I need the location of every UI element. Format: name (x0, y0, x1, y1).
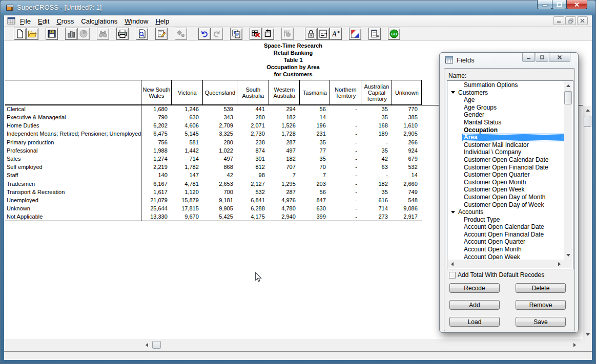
save-button[interactable] (46, 28, 58, 40)
font-size-button[interactable]: A (330, 28, 342, 40)
data-cell[interactable]: 35 (361, 105, 392, 114)
data-cell[interactable]: 35 (300, 155, 330, 163)
fields-list-item[interactable]: Customer Open Financial Date (448, 164, 564, 172)
print-preview-button[interactable] (136, 28, 148, 40)
load-button[interactable]: Load (449, 317, 500, 327)
mdi-close-button[interactable] (577, 16, 588, 25)
fields-list-item[interactable]: Area (448, 134, 564, 141)
field-summation-button[interactable] (317, 28, 330, 40)
data-cell[interactable]: - (330, 204, 361, 212)
edit-table-button[interactable] (155, 28, 168, 40)
data-cell[interactable]: 6,202 (141, 121, 172, 130)
fields-list-item[interactable]: Customer Mail Indicator (448, 141, 564, 149)
maximize-button[interactable] (552, 0, 567, 9)
data-cell[interactable]: 9,905 (203, 204, 237, 212)
data-cell[interactable]: 182 (269, 113, 300, 121)
fields-scroll-right-arrow[interactable] (555, 260, 564, 268)
data-cell[interactable]: 2,905 (392, 130, 422, 138)
lock-button[interactable] (305, 28, 317, 40)
fields-list-item[interactable]: Occupation (448, 126, 564, 134)
data-cell[interactable]: 4,781 (172, 180, 203, 188)
data-cell[interactable]: 35 (361, 146, 392, 155)
column-header[interactable]: Queensland (203, 80, 237, 105)
data-cell[interactable]: - (330, 130, 361, 138)
undo-button[interactable] (198, 28, 211, 40)
remove-button[interactable]: Remove (516, 300, 566, 310)
data-cell[interactable]: 42 (203, 171, 237, 179)
fields-list-item[interactable]: Account Open Financial Date (448, 231, 564, 239)
data-cell[interactable]: 5,145 (172, 130, 203, 138)
data-cell[interactable]: 1,728 (269, 130, 300, 138)
data-cell[interactable]: 56 (300, 105, 330, 114)
fields-list-item[interactable]: Customer Open Day of Month (448, 194, 564, 201)
row-header[interactable]: Staff (5, 171, 141, 179)
data-cell[interactable]: - (330, 155, 361, 163)
data-cell[interactable]: 2,219 (141, 163, 172, 171)
delete-derivation-button[interactable] (250, 28, 262, 40)
fields-list-item[interactable]: Customers (448, 89, 564, 97)
data-cell[interactable]: - (330, 163, 361, 171)
scroll-left-arrow[interactable] (142, 340, 151, 349)
minimize-button[interactable] (537, 0, 552, 9)
data-cell[interactable]: 294 (269, 105, 300, 114)
data-cell[interactable]: 868 (203, 163, 237, 171)
data-cell[interactable]: 98 (237, 171, 269, 179)
fields-restore-button[interactable] (536, 53, 548, 62)
fields-list-vscrollbar[interactable] (564, 81, 572, 260)
row-header[interactable]: Transport & Recreation (5, 188, 141, 196)
row-header[interactable]: Executive & Managerial (5, 113, 141, 121)
data-cell[interactable]: 2,709 (203, 121, 237, 130)
row-header[interactable]: Unknown (5, 204, 141, 212)
data-cell[interactable]: 2,917 (392, 212, 422, 221)
data-cell[interactable]: 812 (237, 163, 269, 171)
data-cell[interactable]: 532 (392, 163, 422, 171)
data-cell[interactable]: 6,167 (141, 180, 172, 188)
mdi-restore-button[interactable] (565, 16, 576, 25)
scroll-right-arrow[interactable] (570, 340, 579, 349)
data-cell[interactable]: 4,976 (269, 196, 300, 204)
data-cell[interactable]: 6,288 (237, 204, 269, 212)
fields-dialog-titlebar[interactable]: Fields (440, 53, 578, 67)
rotate-table-button[interactable] (262, 28, 274, 40)
data-cell[interactable]: 539 (203, 105, 237, 114)
data-cell[interactable]: - (330, 138, 361, 146)
fields-list-item[interactable]: Age Groups (448, 104, 564, 112)
data-cell[interactable]: - (330, 146, 361, 155)
go-button[interactable]: GO (388, 28, 400, 40)
data-cell[interactable]: 630 (300, 204, 330, 212)
data-cell[interactable]: - (330, 121, 361, 130)
data-cell[interactable]: 2,127 (237, 180, 269, 188)
data-cell[interactable]: 280 (203, 138, 237, 146)
document-icon[interactable] (7, 17, 15, 25)
data-cell[interactable]: 63 (361, 163, 392, 171)
row-header[interactable]: Not Applicable (5, 212, 141, 221)
data-cell[interactable]: 21,079 (141, 196, 172, 204)
menu-calculations[interactable]: Calculations (77, 16, 121, 27)
data-cell[interactable]: 301 (237, 155, 269, 163)
fields-list-item[interactable]: Gender (448, 111, 564, 119)
print-button[interactable] (116, 28, 129, 40)
data-cell[interactable]: 385 (392, 113, 422, 121)
data-cell[interactable]: 1,782 (172, 163, 203, 171)
fields-list-item[interactable]: Accounts (448, 208, 564, 216)
row-header[interactable]: Clerical (5, 105, 141, 114)
menu-window[interactable]: Window (121, 16, 152, 27)
data-cell[interactable]: 1,617 (141, 188, 172, 196)
data-cell[interactable]: 2,660 (392, 180, 422, 188)
data-cell[interactable]: 3,325 (203, 130, 237, 138)
data-cell[interactable]: 9,181 (203, 196, 237, 204)
data-cell[interactable]: 548 (392, 196, 422, 204)
copy-button[interactable] (230, 28, 242, 40)
data-cell[interactable]: 168 (361, 121, 392, 130)
data-cell[interactable]: - (330, 180, 361, 188)
data-cell[interactable]: 1,680 (141, 105, 172, 114)
data-cell[interactable]: 630 (172, 113, 203, 121)
data-cell[interactable]: 581 (172, 138, 203, 146)
row-header[interactable]: Professional (5, 146, 141, 155)
fields-list-item[interactable]: Customer Open Calendar Date (448, 156, 564, 164)
new-table-button[interactable] (368, 28, 381, 40)
data-cell[interactable]: 7 (300, 171, 330, 179)
data-cell[interactable]: 1,610 (392, 121, 422, 130)
close-button[interactable] (566, 0, 587, 9)
data-cell[interactable]: 2,940 (269, 212, 300, 221)
